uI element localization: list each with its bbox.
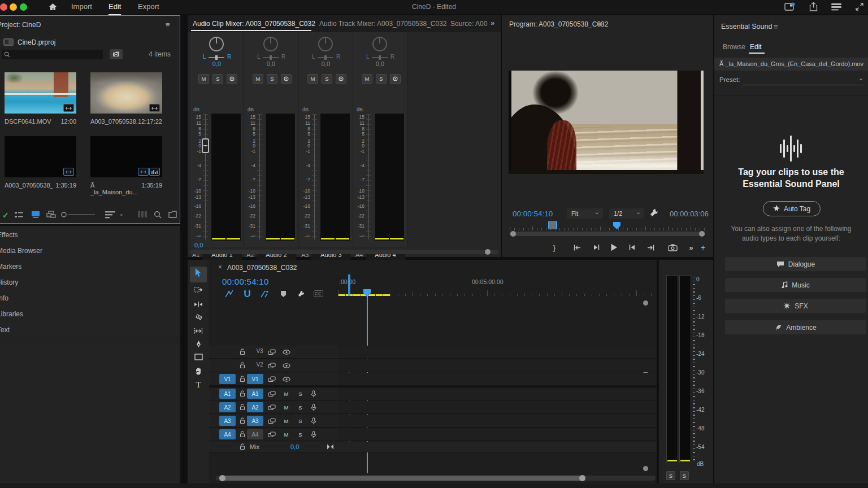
hand-tool[interactable] (193, 366, 203, 376)
program-zoom-scrollbar[interactable] (510, 232, 705, 236)
chevron-down-icon[interactable]: ⌄ (119, 210, 124, 217)
solo-track-button[interactable]: S (297, 390, 304, 398)
target-track-v2[interactable]: V2 (251, 361, 268, 370)
panel-menu-icon[interactable]: ≡ (303, 20, 308, 28)
fullscreen-icon[interactable] (855, 2, 864, 11)
lock-icon[interactable] (240, 348, 245, 355)
sort-icon[interactable] (105, 211, 115, 219)
track-lane[interactable] (338, 346, 657, 359)
freeform-view-icon[interactable] (46, 211, 56, 219)
track-lane[interactable] (338, 401, 657, 414)
workspace-icon[interactable] (784, 2, 795, 12)
clip-thumbnail[interactable] (5, 72, 76, 114)
mute-track-button[interactable]: M (283, 431, 290, 438)
sync-lock-icon[interactable] (268, 349, 276, 355)
sync-lock-icon[interactable] (268, 363, 276, 369)
clip-thumbnail[interactable] (90, 136, 162, 177)
source-patch-a3[interactable]: A3 (219, 416, 236, 426)
pan-mini-handle[interactable] (324, 55, 327, 60)
tab-audio-track-mixer[interactable]: Audio Track Mixer: A003_07050538_C032 (319, 20, 447, 28)
clip-thumbnail[interactable] (5, 136, 76, 177)
close-tab-icon[interactable]: × (218, 263, 222, 271)
nest-icon[interactable] (223, 289, 235, 298)
scroll-handle[interactable] (485, 249, 491, 255)
sync-lock-icon[interactable] (268, 432, 276, 438)
solo-track-button[interactable]: S (297, 404, 304, 411)
lock-icon[interactable] (240, 376, 245, 382)
write-keyframes-button[interactable] (227, 74, 237, 84)
mic-icon[interactable] (311, 390, 316, 398)
mic-icon[interactable] (311, 431, 316, 438)
marker-icon[interactable] (277, 289, 289, 298)
eye-icon[interactable] (283, 363, 290, 368)
settings-wrench-icon[interactable] (296, 289, 307, 298)
tab-overflow-icon[interactable]: » (491, 19, 494, 27)
sidebar-tab-media-browser[interactable]: Media Browser (0, 243, 180, 259)
eye-icon[interactable] (283, 350, 290, 355)
export-frame-button[interactable] (667, 242, 678, 252)
mark-out-button[interactable]: } (549, 242, 560, 252)
pen-tool[interactable] (193, 339, 203, 349)
lock-icon[interactable] (240, 362, 245, 369)
track-lane[interactable] (338, 415, 657, 428)
panel-menu-icon[interactable]: ≡ (292, 264, 297, 272)
project-file-name[interactable]: CineD.prproj (18, 38, 55, 46)
target-track-v1[interactable]: V1 (247, 374, 263, 384)
program-timecode[interactable]: 00:00:54:10 (513, 210, 553, 218)
stacked-panels-icon[interactable] (831, 3, 842, 11)
type-tool[interactable]: T (193, 380, 203, 390)
rectangle-tool[interactable] (193, 352, 203, 362)
mute-track-button[interactable]: M (283, 390, 290, 398)
mute-button[interactable]: M (253, 74, 263, 84)
pan-knob[interactable] (318, 37, 333, 51)
sidebar-tab-info[interactable]: Info (0, 290, 180, 307)
pan-value[interactable]: 0,0 (353, 60, 407, 67)
search-bin-button[interactable] (110, 49, 123, 59)
tab-edit[interactable]: Edit (750, 43, 762, 51)
mute-track-button[interactable]: M (283, 417, 290, 425)
audio-type-ambience-button[interactable]: Ambience (725, 320, 866, 334)
target-track-a3[interactable]: A3 (247, 416, 263, 426)
captions-icon[interactable] (313, 289, 324, 298)
tab-sequence[interactable]: A003_07050538_C032 (227, 264, 297, 272)
clip-thumbnail[interactable] (90, 72, 162, 114)
sidebar-tab-text[interactable]: Text (0, 322, 180, 338)
solo-right-button[interactable]: S (680, 471, 689, 480)
eye-icon[interactable] (283, 377, 290, 382)
settings-wrench-icon[interactable] (649, 208, 659, 217)
solo-left-button[interactable]: S (666, 471, 675, 480)
ripple-edit-tool[interactable] (193, 299, 203, 310)
source-patch-v1[interactable]: V1 (219, 374, 236, 384)
audio-type-music-button[interactable]: Music (725, 278, 866, 292)
playback-resolution-dropdown[interactable]: 1/2 ⌄ (609, 208, 644, 219)
selection-tool[interactable] (193, 268, 203, 278)
mix-value[interactable]: 0,0 (290, 443, 299, 450)
fader-handle[interactable] (202, 138, 209, 153)
search-icon[interactable] (154, 211, 162, 219)
pan-value[interactable]: 0,0 (190, 60, 244, 67)
solo-button[interactable]: S (212, 74, 223, 84)
mute-button[interactable]: M (307, 74, 318, 84)
source-patch-a1[interactable]: A1 (219, 389, 236, 399)
solo-track-button[interactable]: S (297, 417, 304, 425)
mic-icon[interactable] (311, 404, 316, 411)
tab-program[interactable]: Program: A003_07050538_C032 (509, 20, 608, 28)
step-back-button[interactable] (591, 242, 602, 252)
scroll-handle-left[interactable] (510, 231, 516, 237)
pan-knob[interactable] (263, 37, 278, 51)
sync-lock-icon[interactable] (268, 376, 276, 382)
tab-source[interactable]: Source: A00 (450, 20, 487, 28)
sequence-marker[interactable] (548, 221, 557, 229)
razor-tool[interactable] (193, 312, 203, 323)
share-icon[interactable] (809, 2, 818, 12)
new-bin-icon[interactable] (168, 211, 177, 218)
audio-type-sfx-button[interactable]: SFX (725, 299, 866, 313)
solo-button[interactable]: S (267, 74, 277, 84)
sync-lock-icon[interactable] (268, 418, 276, 424)
panel-menu-icon[interactable]: ≡ (166, 20, 170, 29)
hscroll-end-left[interactable] (219, 475, 225, 481)
auto-tag-button[interactable]: Auto Tag (763, 201, 821, 216)
fader-value[interactable]: 0,0 (194, 242, 203, 249)
thumbnail-view-icon[interactable] (32, 211, 40, 218)
pan-knob[interactable] (209, 37, 224, 51)
